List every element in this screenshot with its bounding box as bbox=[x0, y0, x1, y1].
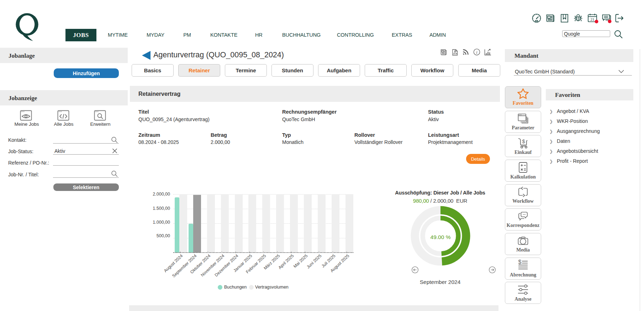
svg-text:i: i bbox=[476, 50, 477, 55]
svg-text:21: 21 bbox=[591, 17, 595, 21]
svg-text:$: $ bbox=[518, 260, 522, 265]
svg-text:$: $ bbox=[522, 138, 525, 144]
